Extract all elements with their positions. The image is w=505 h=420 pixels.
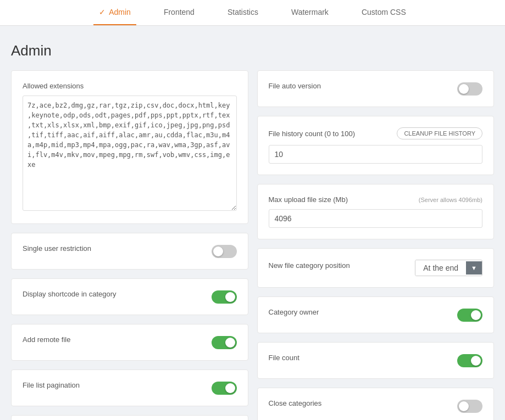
single-user-restriction-label: Single user restriction (23, 244, 91, 253)
file-auto-version-slider (457, 82, 482, 96)
top-navigation: ✓ Admin Frontend Statistics Watermark Cu… (0, 0, 505, 26)
tab-admin[interactable]: ✓ Admin (93, 0, 136, 25)
settings-grid: Allowed extensions 7z,ace,bz2,dmg,gz,rar… (11, 70, 494, 420)
file-auto-version-label: File auto version (269, 82, 321, 90)
file-count-card: File count (257, 342, 495, 379)
tab-statistics[interactable]: Statistics (222, 0, 264, 25)
max-upload-size-card: Max upload file size (Mb) (Server allows… (257, 184, 495, 239)
file-list-pagination-label: File list pagination (23, 381, 80, 389)
category-owner-toggle[interactable] (457, 309, 482, 322)
tab-custom-css[interactable]: Custom CSS (356, 0, 412, 25)
new-file-category-position-dropdown: At the end ▼ (415, 260, 482, 276)
cleanup-file-history-button[interactable]: CLEANUP FILE HISTORY (397, 127, 482, 139)
server-note: (Server allows 4096mb) (419, 197, 482, 203)
position-value: At the end (415, 260, 466, 276)
category-owner-label: Category owner (269, 308, 319, 316)
close-categories-slider (457, 400, 482, 413)
file-history-count-card: File history count (0 to 100) CLEANUP FI… (257, 116, 495, 175)
files-per-page-card: Files per page 10 20 50 100 ▼ (11, 415, 248, 420)
category-owner-slider (457, 309, 482, 322)
position-dropdown-arrow[interactable]: ▼ (466, 261, 482, 275)
close-categories-toggle[interactable] (457, 400, 482, 413)
single-user-restriction-toggle[interactable] (212, 245, 237, 258)
left-column: Allowed extensions 7z,ace,bz2,dmg,gz,rar… (11, 70, 248, 420)
file-history-count-label: File history count (0 to 100) (269, 130, 356, 138)
display-shortcode-toggle[interactable] (212, 290, 237, 304)
file-count-label: File count (269, 354, 299, 362)
display-shortcode-slider (212, 290, 237, 304)
category-owner-card: Category owner (257, 296, 495, 333)
file-auto-version-card: File auto version (257, 70, 495, 107)
page-title: Admin (11, 42, 494, 59)
single-user-restriction-card: Single user restriction (11, 233, 248, 270)
display-shortcode-card: Display shortcode in category (11, 278, 248, 315)
close-categories-label: Close categories (269, 399, 322, 407)
max-upload-size-label: Max upload file size (Mb) (269, 195, 348, 204)
file-count-toggle[interactable] (457, 354, 482, 367)
file-auto-version-toggle[interactable] (457, 82, 482, 96)
file-list-pagination-slider (212, 382, 237, 395)
right-column: File auto version File history count (0 … (257, 70, 495, 420)
single-user-restriction-slider (212, 245, 237, 258)
max-upload-size-input[interactable] (269, 209, 483, 228)
allowed-extensions-label: Allowed extensions (23, 82, 237, 90)
page-content: Admin Allowed extensions 7z,ace,bz2,dmg,… (0, 26, 505, 420)
display-shortcode-label: Display shortcode in category (23, 290, 116, 298)
file-count-slider (457, 354, 482, 367)
tab-watermark[interactable]: Watermark (286, 0, 334, 25)
add-remote-file-toggle[interactable] (212, 336, 237, 349)
file-list-pagination-toggle[interactable] (212, 382, 237, 395)
allowed-extensions-input[interactable]: 7z,ace,bz2,dmg,gz,rar,tgz,zip,csv,doc,do… (23, 96, 237, 211)
new-file-category-position-card: New file category position At the end ▼ (257, 248, 495, 288)
checkmark-icon: ✓ (99, 8, 106, 16)
file-list-pagination-card: File list pagination (11, 369, 248, 406)
add-remote-file-slider (212, 336, 237, 349)
close-categories-card: Close categories (257, 388, 495, 420)
allowed-extensions-card: Allowed extensions 7z,ace,bz2,dmg,gz,rar… (11, 70, 248, 224)
file-history-count-input[interactable] (269, 145, 483, 164)
new-file-category-position-label: New file category position (269, 261, 350, 270)
add-remote-file-card: Add remote file (11, 324, 248, 361)
add-remote-file-label: Add remote file (23, 335, 70, 344)
tab-frontend[interactable]: Frontend (158, 0, 200, 25)
